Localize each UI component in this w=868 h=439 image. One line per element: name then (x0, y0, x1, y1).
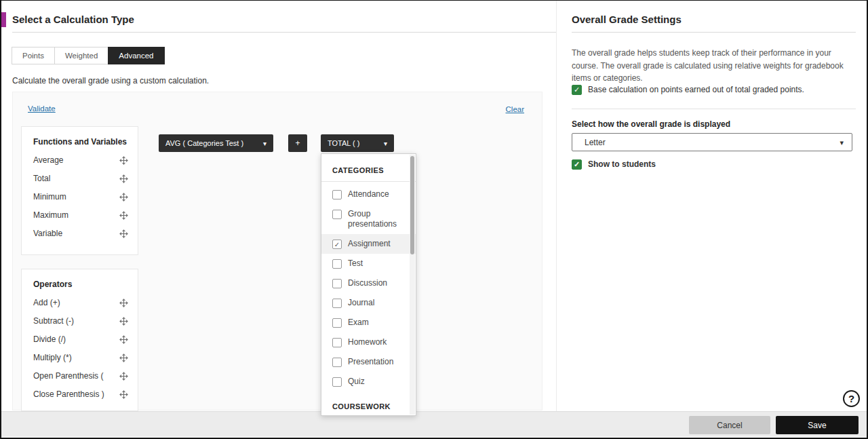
clear-link[interactable]: Clear (506, 105, 524, 113)
move-icon[interactable] (119, 174, 128, 183)
function-item-maximum[interactable]: Maximum (33, 210, 128, 220)
operator-item-label: Open Parenthesis ( (33, 371, 103, 381)
total-pill[interactable]: TOTAL ( ) (321, 134, 394, 152)
operator-item-label: Close Parenthesis ) (33, 389, 104, 399)
function-item-label: Maximum (33, 210, 68, 220)
function-item-label: Average (33, 155, 63, 165)
move-icon[interactable] (119, 193, 128, 202)
pane-divider (556, 0, 557, 411)
dropdown-item-presentation[interactable]: Presentation (321, 352, 416, 372)
checkbox[interactable] (332, 377, 342, 387)
save-button[interactable]: Save (776, 416, 859, 434)
dropdown-item-group-presentations[interactable]: Group presentations (321, 204, 416, 234)
function-item-minimum[interactable]: Minimum (33, 192, 128, 202)
scrollbar-thumb[interactable] (410, 156, 414, 254)
checkbox[interactable] (332, 190, 342, 199)
calc-description: Calculate the overall grade using a cust… (12, 76, 209, 85)
operator-item-label: Add (+) (33, 298, 60, 307)
grade-display-select[interactable]: Letter (572, 133, 852, 151)
grade-display-value: Letter (585, 138, 606, 147)
dropdown-item-test[interactable]: Test (321, 254, 416, 273)
move-icon[interactable] (119, 372, 128, 381)
dropdown-item-label: Journal (348, 298, 374, 308)
checkbox[interactable] (332, 210, 342, 219)
calculation-type-pane: Select a Calculation Type Points Weighte… (0, 0, 557, 439)
chevron-down-icon (840, 138, 844, 147)
settings-divider (572, 109, 856, 109)
dropdown-section-categories: CATEGORIES (321, 161, 416, 182)
dropdown-item-label: Test (348, 259, 363, 269)
dropdown-item-label: Group presentations (348, 209, 406, 229)
operator-item-label: Multiply (*) (33, 353, 72, 362)
operator-item-label: Subtract (-) (33, 316, 74, 326)
dropdown-item-label: Quiz (348, 377, 365, 387)
total-categories-dropdown: CATEGORIES Attendance Group presentation… (321, 153, 416, 416)
tab-advanced[interactable]: Advanced (108, 47, 164, 64)
checkbox[interactable] (332, 358, 342, 367)
move-icon[interactable] (119, 354, 128, 362)
checkbox[interactable] (332, 299, 342, 308)
operator-item-open-paren[interactable]: Open Parenthesis ( (33, 371, 128, 381)
expression-row: AVG ( Categories Test ) + TOTAL ( ) (159, 134, 394, 152)
grade-display-label: Select how the overall grade is displaye… (572, 119, 730, 129)
dropdown-item-discussion[interactable]: Discussion (321, 273, 416, 293)
operator-item-multiply[interactable]: Multiply (*) (33, 353, 128, 362)
dropdown-item-label: Exam (348, 318, 369, 328)
total-pill-label: TOTAL ( ) (328, 139, 359, 147)
checkbox[interactable] (332, 338, 342, 347)
move-icon[interactable] (119, 299, 128, 307)
plus-operator-pill[interactable]: + (288, 134, 307, 152)
chevron-down-icon (263, 139, 267, 147)
function-item-total[interactable]: Total (33, 174, 128, 183)
checkbox[interactable] (332, 318, 342, 328)
help-button[interactable]: ? (843, 390, 860, 407)
function-item-label: Variable (33, 229, 62, 238)
show-to-students-label: Show to students (588, 159, 656, 169)
validate-link[interactable]: Validate (28, 104, 56, 113)
show-to-students-checkbox-row[interactable]: Show to students (572, 159, 656, 170)
operator-item-divide[interactable]: Divide (/) (33, 335, 128, 344)
checkbox[interactable] (332, 279, 342, 288)
operator-item-label: Divide (/) (33, 335, 66, 344)
settings-title: Overall Grade Settings (572, 14, 682, 25)
tab-points[interactable]: Points (12, 47, 55, 64)
move-icon[interactable] (119, 156, 128, 165)
operator-item-subtract[interactable]: Subtract (-) (33, 316, 128, 326)
checkbox[interactable] (332, 259, 342, 269)
base-calculation-checkbox-row[interactable]: Base calculation on points earned out of… (572, 85, 804, 95)
overall-grade-settings-pane: Overall Grade Settings The overall grade… (572, 0, 856, 411)
cancel-button[interactable]: Cancel (689, 416, 770, 434)
dropdown-item-attendance[interactable]: Attendance (321, 185, 416, 204)
move-icon[interactable] (119, 317, 128, 326)
dropdown-content: CATEGORIES Attendance Group presentation… (321, 154, 416, 416)
dropdown-item-quiz[interactable]: Quiz (321, 372, 416, 392)
function-item-variable[interactable]: Variable (33, 229, 128, 238)
dropdown-scrollbar[interactable] (410, 155, 415, 415)
operator-item-add[interactable]: Add (+) (33, 298, 128, 307)
dropdown-item-assignment[interactable]: Assignment (321, 234, 416, 254)
move-icon[interactable] (119, 390, 128, 399)
move-icon[interactable] (119, 211, 128, 220)
chevron-down-icon (384, 139, 387, 147)
dropdown-item-exam[interactable]: Exam (321, 313, 416, 332)
checkbox-checked-icon[interactable] (572, 159, 582, 170)
avg-pill-label: AVG ( Categories Test ) (165, 139, 243, 147)
base-calculation-label: Base calculation on points earned out of… (588, 85, 804, 94)
settings-description: The overall grade helps students keep tr… (572, 47, 856, 85)
accent-bar (0, 12, 6, 27)
dropdown-item-homework[interactable]: Homework (321, 332, 416, 352)
checkbox-checked-icon[interactable] (572, 85, 582, 95)
dropdown-section-coursework: COURSEWORK (321, 397, 416, 416)
move-icon[interactable] (119, 229, 128, 238)
operators-panel-title: Operators (33, 280, 128, 289)
function-item-average[interactable]: Average (33, 155, 128, 165)
settings-title-divider (572, 32, 856, 33)
dropdown-item-label: Assignment (348, 239, 391, 249)
functions-panel-title: Functions and Variables (33, 137, 128, 147)
checkbox[interactable] (332, 240, 342, 249)
avg-categories-pill[interactable]: AVG ( Categories Test ) (159, 134, 273, 152)
move-icon[interactable] (119, 335, 128, 344)
operator-item-close-paren[interactable]: Close Parenthesis ) (33, 389, 128, 399)
dropdown-item-journal[interactable]: Journal (321, 293, 416, 313)
tab-weighted[interactable]: Weighted (54, 47, 108, 64)
